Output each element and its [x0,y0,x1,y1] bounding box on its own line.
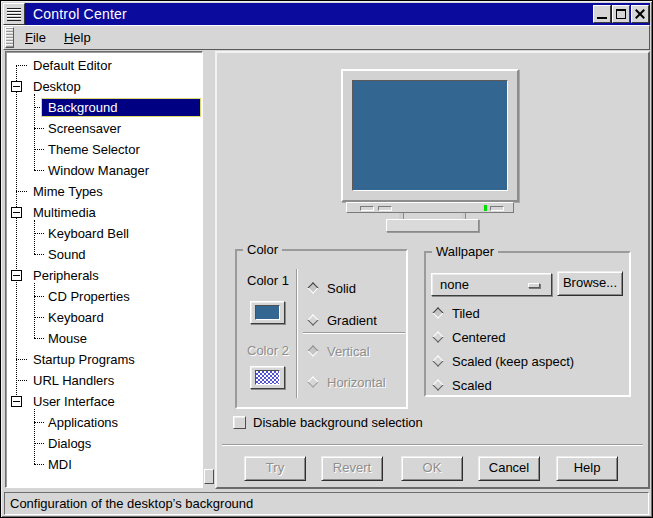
pane-divider-handle[interactable] [204,469,214,484]
help-button[interactable]: Help [556,456,618,481]
radio-scaled[interactable]: Scaled [432,378,492,392]
tree-item-sound[interactable]: Sound [6,244,202,265]
checkbox-unchecked-icon[interactable] [233,416,246,429]
tree-item-multimedia[interactable]: Multimedia [6,202,202,223]
pane-divider [203,51,215,488]
color1-swatch [255,305,280,320]
menubar: File Help [3,25,650,50]
horizontal-separator [303,332,405,334]
radio-centered[interactable]: Centered [432,330,505,344]
tree-item-default-editor[interactable]: Default Editor [6,55,202,76]
settings-tree: Default Editor Desktop Background Screen… [6,52,202,487]
status-bar: Configuration of the desktop’s backgroun… [4,492,649,515]
checkbox-label: Disable background selection [253,415,423,430]
tree-expander-icon[interactable] [11,396,22,407]
maximize-icon [616,9,626,19]
tree-item-dialogs[interactable]: Dialogs [6,433,202,454]
monitor-button [490,206,504,211]
window-title: Control Center [25,6,593,22]
vertical-separator [296,269,298,398]
wallpaper-dropdown-value: none [440,277,469,292]
tree-item-startup-programs[interactable]: Startup Programs [6,349,202,370]
color2-picker-button[interactable] [250,366,285,389]
monitor-button [360,206,374,211]
power-led-icon [484,205,487,211]
tree-expander-icon[interactable] [11,270,22,281]
tree-expander-icon[interactable] [11,81,22,92]
titlebar: Control Center [3,3,650,25]
monitor-preview [341,69,519,202]
tree-item-mdi[interactable]: MDI [6,454,202,475]
wallpaper-dropdown[interactable]: none [431,273,552,296]
tree-item-url-handlers[interactable]: URL Handlers [6,370,202,391]
window-menu-icon [7,8,21,21]
color1-label: Color 1 [247,273,289,288]
radio-on-icon [307,282,320,295]
tree-item-mime-types[interactable]: Mime Types [6,181,202,202]
tree-item-window-manager[interactable]: Window Manager [6,160,202,181]
try-button: Try [244,456,306,481]
tree-item-theme-selector[interactable]: Theme Selector [6,139,202,160]
wallpaper-section-title: Wallpaper [432,244,498,259]
tree-item-desktop[interactable]: Desktop [6,76,202,97]
tree-item-keyboard[interactable]: Keyboard [6,307,202,328]
disable-background-selection-option[interactable]: Disable background selection [233,415,423,430]
ok-button: OK [401,456,463,481]
radio-vertical: Vertical [307,344,370,358]
maximize-button[interactable] [612,5,630,23]
settings-tree-panel: Default Editor Desktop Background Screen… [5,51,203,488]
control-center-window: Control Center File Help Default Editor … [0,0,653,518]
cancel-button[interactable]: Cancel [478,456,540,481]
minimize-button[interactable] [593,5,611,23]
menu-help[interactable]: Help [55,27,100,48]
radio-off-icon [307,376,320,389]
color2-swatch [255,370,280,385]
color1-picker-button[interactable] [250,301,285,324]
selected-tree-item: Background [41,98,201,117]
color-section-title: Color [243,242,282,257]
tree-item-mouse[interactable]: Mouse [6,328,202,349]
tree-item-background[interactable]: Background [6,97,202,118]
tree-item-screensaver[interactable]: Screensaver [6,118,202,139]
radio-off-icon [432,331,445,344]
monitor-button [378,206,392,211]
color-section: Color Color 1 Color 2 Solid Gradient Ver… [235,249,408,409]
radio-on-icon [432,307,445,320]
color2-label: Color 2 [247,343,289,358]
tree-item-peripherals[interactable]: Peripherals [6,265,202,286]
dropdown-indicator-icon [528,283,540,288]
revert-button: Revert [321,456,383,481]
radio-off-icon [432,355,445,368]
wallpaper-section: Wallpaper none Browse... Tiled Centered … [424,251,631,397]
tree-item-cd-properties[interactable]: CD Properties [6,286,202,307]
menu-file[interactable]: File [16,27,55,48]
radio-off-icon [307,314,320,327]
keyboard-preview [386,219,479,232]
background-capplet-panel: Color Color 1 Color 2 Solid Gradient Ver… [215,51,650,489]
radio-tiled[interactable]: Tiled [432,306,480,320]
close-button[interactable] [631,5,649,23]
radio-solid[interactable]: Solid [307,281,356,295]
tree-expander-icon[interactable] [11,207,22,218]
tree-item-user-interface[interactable]: User Interface [6,391,202,412]
monitor-front-panel [346,202,514,213]
radio-gradient[interactable]: Gradient [307,313,377,327]
menubar-grip-handle[interactable] [5,27,14,48]
radio-off-icon [432,379,445,392]
radio-scaled-keep-aspect[interactable]: Scaled (keep aspect) [432,354,574,368]
radio-on-icon [307,345,320,358]
window-menu-button[interactable] [3,3,25,25]
browse-button[interactable]: Browse... [557,271,623,296]
radio-horizontal: Horizontal [307,375,386,389]
tree-item-keyboard-bell[interactable]: Keyboard Bell [6,223,202,244]
action-area-separator [222,444,643,446]
tree-item-applications[interactable]: Applications [6,412,202,433]
minimize-icon [597,17,607,19]
monitor-screen-preview [352,80,508,191]
